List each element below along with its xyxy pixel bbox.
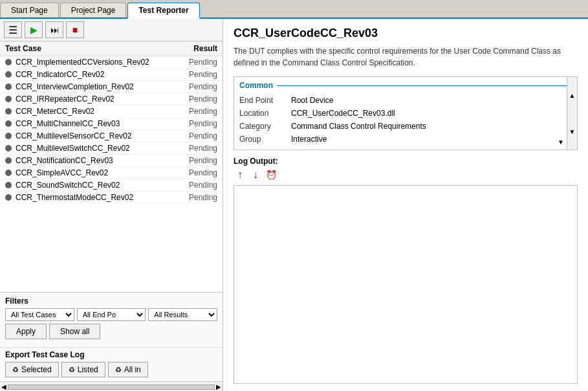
details-scroll-down[interactable]: ▼ [567,113,577,150]
test-result: Pending [175,58,217,67]
test-name: CCR_NotificationCC_Rev03 [16,156,175,165]
status-dot [5,182,12,188]
status-dot [5,96,12,102]
test-item[interactable]: CCR_ImplementedCCVersions_Rev02 Pending [0,56,223,69]
test-result: Pending [175,131,217,140]
test-name: CCR_InterviewCompletion_Rev02 [16,82,175,91]
status-dot [5,133,12,139]
next-button[interactable]: ⏭ [45,21,63,38]
list-header: Test Case Result [0,41,223,56]
detail-row: Category Command Class Control Requireme… [239,120,572,133]
export-label: Export Test Case Log [5,350,217,359]
test-item[interactable]: CCR_MultilevelSwitchCC_Rev02 Pending [0,142,223,155]
detail-key: End Point [239,96,291,105]
test-case-header: Test Case [5,44,172,53]
filters-row: All Test Cases All End Po All Results [5,308,217,321]
list-icon: ☰ [8,24,17,36]
recycle-icon-all: ♻ [115,366,122,374]
filters-section: Filters All Test Cases All End Po All Re… [0,292,223,347]
export-all-button[interactable]: ♻ All in [108,362,148,377]
log-output-label: Log Output: [234,157,578,166]
detail-value: CCR_UserCodeCC_Rev03.dll [291,109,572,118]
status-dot [5,120,12,127]
detail-row: End Point Root Device [239,94,572,107]
log-up-arrow[interactable]: ↑ [234,168,246,181]
test-item[interactable]: CCR_MeterCC_Rev02 Pending [0,106,223,118]
right-panel: CCR_UserCodeCC_Rev03 The DUT complies wi… [223,19,588,391]
log-toolbar: ↑ ↓ ⏰ [234,168,578,181]
main-container: ☰ ▶ ⏭ ■ Test Case Result CCR_Implemented… [0,19,588,391]
test-list[interactable]: CCR_ImplementedCCVersions_Rev02 Pending … [0,56,223,292]
export-selected-button[interactable]: ♻ Selected [5,362,59,377]
test-item[interactable]: CCR_MultilevelSensorCC_Rev02 Pending [0,130,223,142]
result-header: Result [172,44,217,53]
test-name: CCR_IRRepeaterCC_Rev02 [16,95,175,104]
filters-label: Filters [5,296,217,306]
status-dot [5,59,12,65]
export-listed-button[interactable]: ♻ Listed [61,362,105,377]
test-name: CCR_MeterCC_Rev02 [16,107,175,116]
test-item[interactable]: CCR_NotificationCC_Rev03 Pending [0,155,223,167]
list-button[interactable]: ☰ [4,21,22,38]
test-name: CCR_SoundSwitchCC_Rev02 [16,181,175,190]
test-result: Pending [175,70,217,79]
tab-project-page[interactable]: Project Page [60,3,127,17]
test-result: Pending [175,181,217,190]
test-item[interactable]: CCR_IRRepeaterCC_Rev02 Pending [0,93,223,106]
test-result: Pending [175,95,217,104]
left-panel: ☰ ▶ ⏭ ■ Test Case Result CCR_Implemented… [0,19,223,391]
test-result: Pending [175,156,217,165]
status-dot [5,145,12,151]
export-actions: ♻ Selected ♻ Listed ♻ All in [5,362,217,377]
detail-value: Root Device [291,96,572,105]
recycle-icon-selected: ♻ [12,366,19,374]
dropdown-arrow[interactable]: ▼ [558,139,564,146]
common-section: Common End Point Root Device Location CC… [239,81,572,146]
test-cases-filter[interactable]: All Test Cases [5,308,74,321]
test-name: CCR_MultilevelSwitchCC_Rev02 [16,144,175,153]
clock-icon[interactable]: ⏰ [265,168,278,181]
status-dot [5,84,12,90]
detail-description: The DUT complies with the specific contr… [234,45,578,69]
log-area [234,185,578,384]
test-item[interactable]: CCR_SimpleAVCC_Rev02 Pending [0,167,223,179]
detail-key: Category [239,122,291,131]
test-result: Pending [175,193,217,202]
end-points-filter[interactable]: All End Po [77,308,146,321]
apply-button[interactable]: Apply [5,324,47,339]
details-scroll-up[interactable]: ▲ [567,77,577,113]
test-item[interactable]: CCR_MultiChannelCC_Rev03 Pending [0,118,223,130]
test-result: Pending [175,119,217,128]
detail-row: Group Interactive [239,133,572,146]
test-name: CCR_ThermostatModeCC_Rev02 [16,193,175,202]
results-filter[interactable]: All Results [148,308,217,321]
filter-actions: Apply Show all [5,324,217,339]
detail-value: Interactive [291,135,572,144]
show-all-button[interactable]: Show all [49,324,100,339]
detail-value: Command Class Control Requirements [291,122,572,131]
status-dot [5,71,12,78]
status-dot [5,157,12,164]
scroll-right-arrow[interactable]: ▶ [216,383,221,390]
detail-key: Group [239,135,291,144]
test-item[interactable]: CCR_IndicatorCC_Rev02 Pending [0,69,223,81]
play-button[interactable]: ▶ [25,21,43,38]
status-dot [5,108,12,115]
stop-button[interactable]: ■ [66,21,84,38]
stop-icon: ■ [72,25,78,35]
details-container: Common End Point Root Device Location CC… [234,76,578,150]
scroll-left-arrow[interactable]: ◀ [1,383,6,390]
test-item[interactable]: CCR_ThermostatModeCC_Rev02 Pending [0,192,223,204]
log-down-arrow[interactable]: ↓ [249,168,262,181]
status-dot [5,170,12,176]
status-dot [5,194,12,201]
test-item[interactable]: CCR_InterviewCompletion_Rev02 Pending [0,81,223,93]
test-result: Pending [175,144,217,153]
test-item[interactable]: CCR_SoundSwitchCC_Rev02 Pending [0,179,223,192]
horizontal-scrollbar[interactable]: ◀ ▶ [0,381,223,391]
details-scrollbar[interactable]: ▲ ▼ [567,77,577,150]
scroll-track[interactable] [8,385,215,390]
tab-start-page[interactable]: Start Page [0,3,59,17]
tab-test-reporter[interactable]: Test Reporter [127,3,199,19]
test-name: CCR_ImplementedCCVersions_Rev02 [16,58,175,67]
